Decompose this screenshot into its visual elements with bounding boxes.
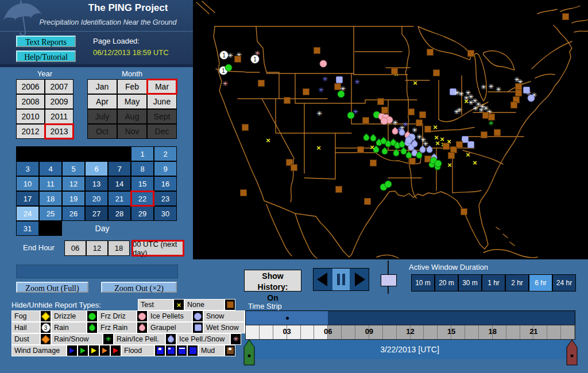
day-1[interactable]: 1 [131, 146, 154, 161]
day-6[interactable]: 6 [85, 161, 108, 176]
legend-icon-cell-frz-driz[interactable] [137, 310, 148, 322]
month-jan[interactable]: Jan [87, 79, 117, 94]
year-2012[interactable]: 2012 [16, 124, 45, 139]
day-11[interactable]: 11 [39, 176, 62, 191]
legend-label-frz-rain[interactable]: Frz Rain [98, 322, 137, 333]
legend-icon-cell-dust[interactable] [40, 333, 51, 345]
zoom-out-full-button[interactable]: Zoom Out (Full) [16, 282, 88, 293]
end-hour-00-next-day[interactable]: 00 UTC (next day) [132, 240, 184, 256]
legend-icon-cell-ip-snow[interactable]: ✳ [230, 333, 241, 345]
day-30[interactable]: 30 [154, 206, 177, 221]
legend-icon-cell-test[interactable]: × [173, 299, 184, 310]
hour-cell-16[interactable] [465, 325, 479, 339]
hour-cell-7[interactable] [342, 325, 355, 339]
duration-30m[interactable]: 30 m [458, 274, 482, 292]
legend-label-none[interactable]: None [184, 299, 225, 310]
legend-icon-cell-rain[interactable] [87, 322, 98, 333]
duration-24hr[interactable]: 24 hr [552, 274, 576, 292]
legend-label-frz-driz[interactable]: Frz Driz [98, 310, 137, 322]
legend-icon-cell-flood-2[interactable] [165, 345, 176, 356]
duration-10m[interactable]: 10 m [411, 274, 435, 292]
legend-label-mud[interactable]: Mud [198, 345, 225, 356]
show-history-toggle[interactable]: Show History: On [244, 270, 301, 292]
pause-button[interactable] [332, 269, 350, 290]
legend-icon-cell-graupel[interactable] [192, 322, 203, 333]
hour-cell-1[interactable] [260, 325, 273, 339]
day-15[interactable]: 15 [131, 176, 154, 191]
year-2007[interactable]: 2007 [45, 79, 74, 94]
day-12[interactable]: 12 [62, 176, 85, 191]
legend-icon-cell-tri-green[interactable] [78, 345, 88, 356]
end-hour-12[interactable]: 12 [86, 240, 108, 256]
legend-label-graupel[interactable]: Graupel [148, 322, 192, 333]
duration-1hr[interactable]: 1 hr [482, 274, 505, 292]
legend-label-hail[interactable]: Hail [11, 322, 40, 333]
legend-label-wet-snow[interactable]: Wet Snow [203, 322, 245, 333]
legend-icon-cell-mud[interactable] [225, 345, 235, 356]
day-9[interactable]: 9 [154, 161, 177, 176]
day-19[interactable]: 19 [62, 191, 85, 206]
legend-icon-cell-tri-yellow[interactable] [88, 345, 99, 356]
hour-cell-19[interactable] [506, 325, 520, 339]
day-29[interactable]: 29 [131, 206, 154, 221]
legend-label-drizzle[interactable]: Drizzle [51, 310, 87, 322]
duration-20m[interactable]: 20 m [435, 274, 458, 292]
day-16[interactable]: 16 [154, 176, 177, 191]
legend-icon-cell-tri-red[interactable] [110, 345, 121, 356]
hour-cell-4[interactable] [301, 325, 315, 339]
legend-label-rain-snow[interactable]: Rain/Snow [51, 333, 103, 345]
year-2010[interactable]: 2010 [16, 109, 45, 124]
end-hour-06[interactable]: 06 [64, 240, 86, 256]
month-feb[interactable]: Feb [117, 79, 147, 94]
day-7[interactable]: 7 [108, 161, 131, 176]
legend-icon-cell-rain-snow[interactable]: ✳ [103, 333, 114, 345]
day-26[interactable]: 26 [62, 206, 85, 221]
end-hour-18[interactable]: 18 [108, 240, 130, 256]
day-8[interactable]: 8 [131, 161, 154, 176]
day-23[interactable]: 23 [154, 191, 177, 206]
day-24[interactable]: 24 [16, 206, 39, 221]
year-2008[interactable]: 2008 [16, 94, 45, 109]
day-18[interactable]: 18 [39, 191, 62, 206]
legend-icon-cell-tri-orange[interactable] [99, 345, 110, 356]
year-2013[interactable]: 2013 [45, 124, 74, 139]
day-28[interactable]: 28 [108, 206, 131, 221]
legend-label-wind-damage[interactable]: Wind Damage [11, 345, 67, 356]
legend-label-test[interactable]: Test [138, 299, 173, 310]
day-21[interactable]: 21 [108, 191, 131, 206]
legend-label-dust[interactable]: Dust [11, 333, 40, 345]
duration-6hr[interactable]: 6 hr [529, 274, 552, 292]
month-may[interactable]: May [117, 94, 147, 109]
day-4[interactable]: 4 [39, 161, 62, 176]
legend-label-ice-pell-snow[interactable]: Ice Pell./Snow [176, 333, 230, 345]
day-3[interactable]: 3 [16, 161, 39, 176]
day-17[interactable]: 17 [16, 191, 39, 206]
legend-icon-cell-none[interactable] [225, 299, 235, 310]
legend-icon-cell-fog[interactable] [40, 310, 51, 322]
time-strip-end-handle[interactable] [566, 339, 578, 366]
hour-cell-0[interactable] [246, 325, 260, 339]
day-27[interactable]: 27 [85, 206, 108, 221]
legend-label-snow[interactable]: Snow [203, 310, 245, 322]
hour-cell-13[interactable] [424, 325, 438, 339]
hour-cell-22[interactable] [547, 325, 561, 339]
us-precipitation-map[interactable]: 1✳✳✳11✳✳✳✳×××✳✳✳××✳✳✳✳✳✳✳×××××××✳×××✳✳×✳… [193, 0, 588, 259]
legend-label-flood[interactable]: Flood [121, 345, 154, 356]
legend-icon-cell-tri-blue[interactable] [67, 345, 78, 356]
legend-icon-cell-flood-3[interactable] [176, 345, 187, 356]
day-22[interactable]: 22 [131, 191, 154, 206]
hour-cell-23[interactable] [561, 325, 575, 339]
speed-slider-handle[interactable] [381, 274, 397, 286]
day-25[interactable]: 25 [39, 206, 62, 221]
month-apr[interactable]: Apr [87, 94, 117, 109]
year-2006[interactable]: 2006 [16, 79, 45, 94]
month-mar[interactable]: Mar [147, 79, 177, 94]
day-13[interactable]: 13 [85, 176, 108, 191]
legend-label-ice-pellets[interactable]: Ice Pellets [148, 310, 192, 322]
step-forward-button[interactable] [351, 269, 369, 290]
legend-icon-cell-flood-4[interactable] [187, 345, 198, 356]
hour-cell-10[interactable] [383, 325, 397, 339]
day-20[interactable]: 20 [85, 191, 108, 206]
legend-icon-cell-rain-ice[interactable] [165, 333, 176, 345]
legend-label-rain-ice-pell-[interactable]: Rain/Ice Pell. [114, 333, 165, 345]
